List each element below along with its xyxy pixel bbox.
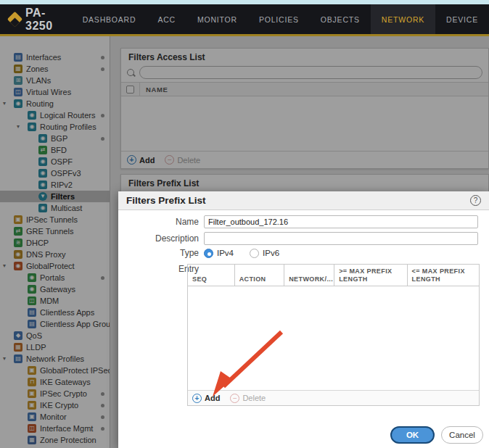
filters-prefix-list-dialog: Filters Prefix List ? Name Description T… [118,191,489,448]
top-header-bar: PA-3250 DASHBOARDACCMONITORPOLICIESOBJEC… [0,4,489,34]
ipv4-radio[interactable]: IPv4 [204,249,234,258]
main-nav: DASHBOARDACCMONITORPOLICIESOBJECTSNETWOR… [72,4,489,34]
entry-column-header-1[interactable]: SEQ [188,265,235,286]
app-screen: PA-3250 DASHBOARDACCMONITORPOLICIESOBJEC… [0,0,489,448]
radio-unselected-icon [250,249,259,258]
nav-tab-objects[interactable]: OBJECTS [310,4,371,34]
dialog-title: Filters Prefix List [126,195,206,206]
paloalto-logo-icon [7,12,22,27]
entry-add-button[interactable]: + Add [192,394,220,403]
ipv6-radio[interactable]: IPv6 [250,249,279,258]
ok-button[interactable]: OK [390,426,435,444]
type-field-label: Type [118,248,204,258]
cancel-button[interactable]: Cancel [441,426,483,444]
entry-column-header-5[interactable]: <= MAX PREFIX LENGTH [408,265,479,286]
minus-circle-icon: − [230,394,239,403]
nav-tab-dashboard[interactable]: DASHBOARD [72,4,147,34]
radio-selected-icon [204,249,213,258]
description-field-label: Description [118,233,204,244]
nav-tab-monitor[interactable]: MONITOR [186,4,248,34]
entry-column-header-4[interactable]: >= MAX PREFIX LENGTH [334,265,407,286]
entry-column-header-3[interactable]: NETWORK/... [284,265,334,286]
nav-tab-acc[interactable]: ACC [147,4,186,34]
name-field-label: Name [118,217,204,227]
entry-delete-button[interactable]: − Delete [230,394,266,403]
brand-logo: PA-3250 [0,7,54,33]
nav-tab-policies[interactable]: POLICIES [248,4,310,34]
entry-table-header: SEQACTIONNETWORK/...>= MAX PREFIX LENGTH… [188,265,479,286]
name-field[interactable] [204,215,478,228]
description-field[interactable] [204,232,478,245]
help-icon[interactable]: ? [470,195,481,206]
nav-tab-network[interactable]: NETWORK [371,4,435,34]
device-name: PA-3250 [25,7,54,33]
nav-tab-device[interactable]: DEVICE [435,4,489,34]
entry-column-header-2[interactable]: ACTION [235,265,285,286]
plus-circle-icon: + [192,394,202,403]
entry-table-body [188,286,479,390]
entry-table: SEQACTIONNETWORK/...>= MAX PREFIX LENGTH… [187,264,480,406]
